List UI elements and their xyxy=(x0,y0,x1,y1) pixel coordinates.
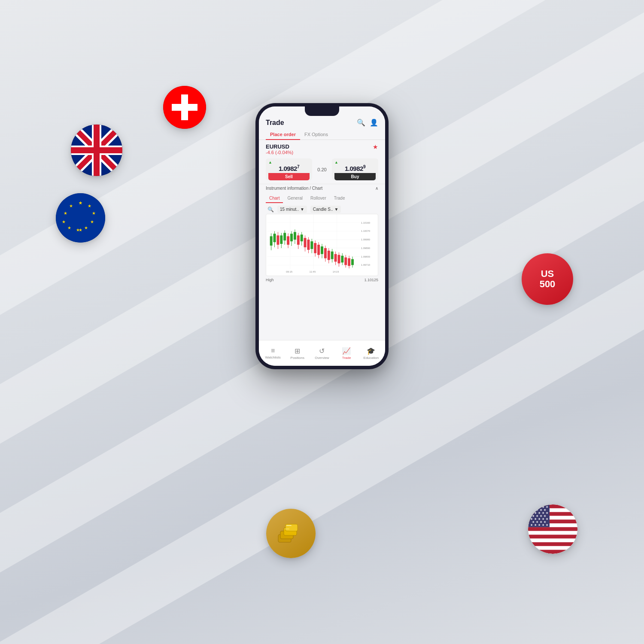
main-tabs: Place order FX Options xyxy=(259,129,385,140)
svg-rect-145 xyxy=(351,259,354,265)
timeframe-label: 15 minut.. xyxy=(280,207,299,212)
chart-bottom-info: High 1.10125 xyxy=(259,276,385,284)
svg-rect-143 xyxy=(348,258,350,266)
svg-rect-123 xyxy=(314,243,316,253)
nav-watchlists[interactable]: ≡ Watchlists xyxy=(264,347,283,359)
instrument-header: EURUSD -4.6 (-0.04%) ★ xyxy=(259,140,385,157)
phone-frame: Trade 🔍 👤 Place order FX Options EURUSD … xyxy=(255,103,389,369)
sub-tab-chart[interactable]: Chart xyxy=(266,194,283,203)
tab-place-order[interactable]: Place order xyxy=(266,129,300,140)
svg-text:★: ★ xyxy=(67,225,71,230)
svg-rect-8 xyxy=(71,147,122,153)
phone-notch xyxy=(305,106,339,116)
high-label: High xyxy=(266,278,274,282)
sell-button[interactable]: Sell xyxy=(268,173,310,180)
search-icon[interactable]: 🔍 xyxy=(357,118,365,127)
sell-price-btn[interactable]: ▲ 1.09827 Sell xyxy=(266,158,312,180)
svg-text:★: ★ xyxy=(69,204,73,208)
tab-fx-options[interactable]: FX Options xyxy=(300,129,332,140)
nav-overview[interactable]: ↺ Overview xyxy=(313,347,331,360)
svg-text:1.09800: 1.09800 xyxy=(361,255,371,258)
svg-text:★: ★ xyxy=(538,517,541,520)
instrument-info: EURUSD -4.6 (-0.04%) xyxy=(266,143,293,155)
svg-text:★: ★ xyxy=(530,505,533,508)
svg-text:★: ★ xyxy=(544,520,546,523)
svg-text:★: ★ xyxy=(534,517,537,520)
sub-tabs: Chart General Rollover Trade xyxy=(259,192,385,203)
sub-tab-rollover[interactable]: Rollover xyxy=(307,194,330,203)
svg-rect-137 xyxy=(337,255,340,264)
svg-text:★: ★ xyxy=(534,505,537,508)
svg-text:★: ★ xyxy=(92,211,96,216)
sell-price-value: 1.09827 xyxy=(268,164,310,172)
nav-trade[interactable]: 📈 Trade xyxy=(337,347,356,360)
sub-tab-general[interactable]: General xyxy=(284,194,306,203)
svg-text:1.10160: 1.10160 xyxy=(361,222,371,224)
overview-icon: ↺ xyxy=(319,347,325,355)
svg-text:★: ★ xyxy=(540,514,542,517)
chart-search-icon[interactable]: 🔍 xyxy=(267,207,274,213)
svg-rect-103 xyxy=(280,235,283,244)
price-row: ▲ 1.09827 Sell 0.20 ▲ 1.09829 Buy xyxy=(259,157,385,184)
svg-text:★: ★ xyxy=(536,520,538,523)
svg-rect-141 xyxy=(344,258,347,265)
svg-rect-133 xyxy=(331,252,334,259)
buy-price-btn[interactable]: ▲ 1.09829 Buy xyxy=(332,158,378,180)
trade-label: Trade xyxy=(342,356,351,360)
svg-rect-109 xyxy=(290,234,293,241)
high-value: 1.10125 xyxy=(364,278,378,282)
svg-rect-115 xyxy=(301,234,303,241)
trade-icon: 📈 xyxy=(342,347,351,355)
svg-rect-125 xyxy=(317,245,320,255)
svg-rect-41 xyxy=(528,535,577,538)
svg-text:★: ★ xyxy=(90,219,94,224)
education-label: Education xyxy=(364,356,379,360)
svg-rect-107 xyxy=(287,236,289,245)
svg-rect-37 xyxy=(528,504,577,508)
svg-rect-101 xyxy=(276,235,279,245)
favorite-star-icon[interactable]: ★ xyxy=(373,143,378,150)
eu-flag-badge: ★ ★ ★ ★ ★ ★ ★ ★ ★ ★ ★ ★ xyxy=(56,193,105,243)
charttype-chevron-icon: ▼ xyxy=(334,207,339,212)
buy-price-value: 1.09829 xyxy=(334,164,376,172)
positions-label: Positions xyxy=(291,356,304,360)
watchlists-icon: ≡ xyxy=(271,347,275,355)
info-section-label: Instrument information / Chart xyxy=(266,186,322,191)
svg-rect-119 xyxy=(307,240,310,250)
chart-type-dropdown[interactable]: Candle S.. ▼ xyxy=(310,206,341,213)
svg-text:★: ★ xyxy=(540,520,542,523)
svg-text:★: ★ xyxy=(532,520,535,523)
svg-text:★: ★ xyxy=(542,523,544,526)
svg-rect-131 xyxy=(328,251,330,260)
svg-text:★: ★ xyxy=(532,508,535,511)
svg-text:09:15: 09:15 xyxy=(286,270,292,273)
collapse-icon[interactable]: ∧ xyxy=(375,186,378,191)
svg-text:★: ★ xyxy=(546,517,548,520)
svg-rect-117 xyxy=(304,238,307,247)
buy-button[interactable]: Buy xyxy=(334,173,376,180)
overview-label: Overview xyxy=(315,356,329,360)
info-section-header: Instrument information / Chart ∧ xyxy=(259,184,385,192)
timeframe-dropdown[interactable]: 15 minut.. ▼ xyxy=(277,206,307,213)
svg-text:★: ★ xyxy=(84,225,88,230)
svg-text:★: ★ xyxy=(538,523,541,526)
profile-icon[interactable]: 👤 xyxy=(370,118,378,127)
nav-positions[interactable]: ⊞ Positions xyxy=(288,347,307,360)
gold-badge xyxy=(266,509,316,558)
positions-icon: ⊞ xyxy=(295,347,300,355)
phone-device: Trade 🔍 👤 Place order FX Options EURUSD … xyxy=(255,103,389,369)
svg-text:★: ★ xyxy=(544,514,546,517)
svg-text:★: ★ xyxy=(88,204,91,208)
sub-tab-trade[interactable]: Trade xyxy=(331,194,349,203)
svg-rect-12 xyxy=(172,104,197,111)
svg-text:★: ★ xyxy=(536,514,538,517)
svg-text:★: ★ xyxy=(79,228,82,232)
svg-text:★: ★ xyxy=(530,523,533,526)
watchlists-label: Watchlists xyxy=(265,355,281,359)
svg-rect-43 xyxy=(528,550,577,554)
svg-rect-121 xyxy=(310,241,313,249)
nav-education[interactable]: 🎓 Education xyxy=(361,347,380,360)
svg-rect-135 xyxy=(334,254,337,262)
svg-rect-42 xyxy=(528,542,577,546)
uk-flag-badge xyxy=(71,125,122,176)
